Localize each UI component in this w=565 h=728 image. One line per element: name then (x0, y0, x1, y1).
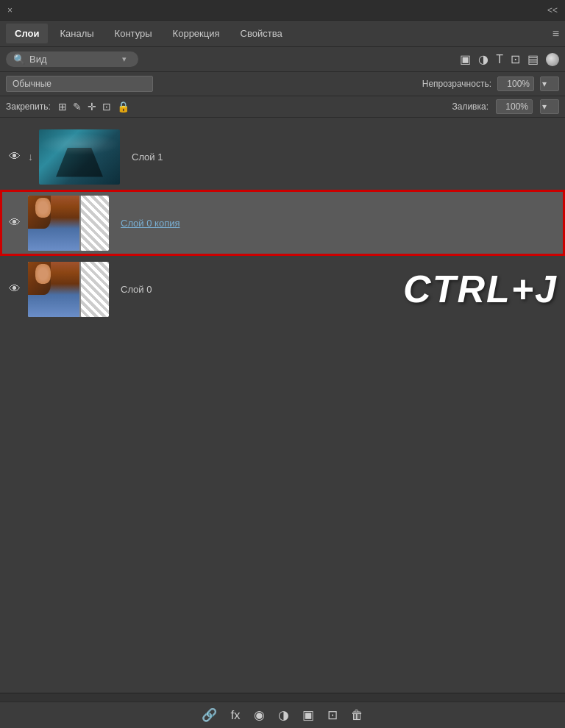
fill-dropdown[interactable]: ▾ (540, 99, 559, 114)
layer-visibility-icon[interactable]: 👁 (7, 150, 22, 163)
search-row: 🔍 ▾ ▣ ◑ T ⊡ ▤ (0, 47, 565, 72)
search-wrapper: 🔍 ▾ (6, 51, 138, 67)
tab-layers[interactable]: Слои (6, 24, 48, 43)
woman-thumbnail (28, 196, 109, 251)
layer-name[interactable]: Слой 0 (115, 284, 383, 295)
close-button[interactable]: × (7, 5, 13, 15)
tab-paths[interactable]: Контуры (106, 24, 161, 43)
tab-channels[interactable]: Каналы (51, 24, 102, 43)
color-picker-icon[interactable] (546, 53, 559, 66)
opacity-input[interactable] (497, 76, 534, 91)
layer-type-icons: ▣ ◑ T ⊡ ▤ (460, 52, 559, 66)
title-bar: × << (0, 0, 565, 21)
adjustment-icon[interactable]: ◑ (278, 707, 289, 723)
shape-layer-icon[interactable]: ⊡ (511, 52, 520, 66)
layer-thumbnail (28, 262, 109, 317)
layer-name[interactable]: Слой 1 (126, 151, 558, 163)
layer-visibility-icon[interactable]: 👁 (7, 216, 22, 229)
search-icon: 🔍 (13, 54, 25, 65)
lock-pixels-icon[interactable]: ✎ (73, 101, 82, 113)
new-layer-icon[interactable]: ⊡ (327, 707, 338, 723)
tab-properties[interactable]: Свойства (232, 24, 291, 43)
layer-link-icon: ↓ (28, 151, 33, 163)
layer-visibility-icon[interactable]: 👁 (7, 282, 22, 296)
opacity-label: Непрозрачность: (422, 79, 491, 89)
ship-thumbnail (39, 129, 120, 185)
delete-layer-icon[interactable]: 🗑 (351, 708, 363, 723)
smart-object-icon[interactable]: ▤ (527, 52, 539, 66)
tab-correction[interactable]: Коррекция (164, 24, 229, 43)
collapse-button[interactable]: << (547, 5, 558, 15)
shortcut-hint: CTRL+J (403, 267, 558, 311)
woman-body-2 (28, 262, 81, 317)
woman-face-2 (35, 264, 51, 283)
lock-icons: ⊞ ✎ ✛ ⊡ 🔒 (58, 101, 129, 113)
blend-mode-select[interactable]: Обычные (6, 76, 153, 92)
group-icon[interactable]: ▣ (302, 707, 314, 723)
blend-mode-row: Обычные Непрозрачность: ▾ (0, 72, 565, 96)
lock-row: Закрепить: ⊞ ✎ ✛ ⊡ 🔒 Заливка: ▾ (0, 96, 565, 118)
bottom-toolbar: 🔗 fx ◉ ◑ ▣ ⊡ 🗑 (0, 702, 565, 728)
add-mask-icon[interactable]: ◉ (254, 707, 265, 723)
layer-row[interactable]: 👁 ↓ Слой 1 (0, 124, 565, 190)
panel-menu-icon[interactable]: ≡ (552, 27, 559, 40)
woman-thumbnail-2 (28, 262, 109, 317)
lock-transparent-icon[interactable]: ⊞ (58, 101, 67, 113)
layers-area: 👁 ↓ Слой 1 👁 Слой 0 копия 👁 (0, 118, 565, 693)
layer-thumbnail (39, 129, 120, 185)
layer-thumbnail (28, 196, 109, 251)
fx-icon[interactable]: fx (230, 708, 240, 723)
layer-name[interactable]: Слой 0 копия (115, 218, 558, 229)
layer-row[interactable]: 👁 Слой 0 CTRL+J (0, 256, 565, 322)
text-layer-icon[interactable]: T (496, 53, 503, 66)
layer-row[interactable]: 👁 Слой 0 копия (0, 190, 565, 256)
woman-face (35, 198, 51, 217)
link-layers-icon[interactable]: 🔗 (202, 707, 217, 723)
search-input[interactable] (29, 54, 118, 65)
image-layer-icon[interactable]: ▣ (460, 52, 471, 66)
lock-label: Закрепить: (6, 101, 51, 112)
layers-panel: × << Слои Каналы Контуры Коррекция Свойс… (0, 0, 565, 728)
lock-all-icon[interactable]: 🔒 (117, 101, 129, 113)
adjustment-layer-icon[interactable]: ◑ (478, 52, 488, 66)
fill-label: Заливка: (452, 101, 488, 112)
search-chevron-icon[interactable]: ▾ (122, 54, 127, 64)
woman-body (28, 196, 81, 251)
opacity-dropdown[interactable]: ▾ (540, 76, 559, 91)
lock-position-icon[interactable]: ✛ (88, 101, 96, 113)
tabs-row: Слои Каналы Контуры Коррекция Свойства ≡ (0, 21, 565, 47)
scroll-bar[interactable] (0, 693, 565, 702)
lock-artboard-icon[interactable]: ⊡ (102, 101, 111, 113)
fill-input[interactable] (496, 99, 533, 114)
